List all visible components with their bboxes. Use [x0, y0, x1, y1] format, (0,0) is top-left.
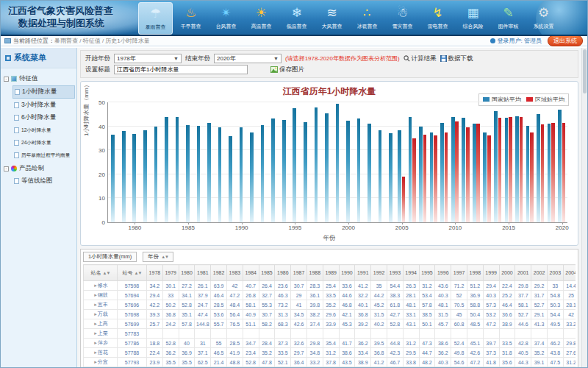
nav-item-hail[interactable]: ∴冰雹普查 — [350, 2, 384, 35]
tree-item-label: 12小时降水量 — [21, 127, 51, 133]
col-header-year[interactable]: 1978 — [147, 265, 163, 281]
sidebar-item-6小时降水量[interactable]: 6小时降水量 — [12, 112, 75, 124]
end-year-select[interactable]: 2020年▼ — [214, 54, 282, 63]
nav-item-high-temp[interactable]: ☀高温普查 — [244, 2, 279, 35]
year-sort-chip[interactable]: 年份▲▼ — [143, 252, 173, 262]
sidebar-item-3小时降水量[interactable]: 3小时降水量 — [12, 99, 75, 111]
precip-value: 33.5 — [499, 339, 515, 348]
precip-value: 25.2 — [499, 291, 515, 300]
sidebar-item-历年暴雨过程平均雨量[interactable]: 历年暴雨过程平均雨量 — [12, 149, 75, 161]
col-header-year[interactable]: 1980 — [179, 265, 195, 281]
precip-value: 45 — [451, 310, 467, 319]
col-header-year[interactable]: 1987 — [291, 265, 307, 281]
col-header-year[interactable]: 2001 — [515, 265, 531, 281]
logout-button[interactable]: 退出系统 — [548, 35, 583, 46]
chart-title-input[interactable] — [114, 65, 248, 74]
nav-item-gale[interactable]: ≋大风普查 — [315, 2, 349, 35]
unit-chip[interactable]: 1小时降水量(mm) — [83, 252, 137, 262]
tree-expander-icon[interactable]: - — [4, 77, 9, 82]
download-button[interactable]: 数据下载 — [440, 54, 473, 63]
row-expander-icon[interactable]: ▸ — [94, 340, 97, 345]
col-header-code[interactable]: 站号 ▲▼ — [118, 265, 147, 281]
precip-value: 31.2 — [563, 358, 576, 367]
col-header-year[interactable]: 2004 — [563, 265, 576, 281]
nav-item-composite-risk[interactable]: ▦综合风险 — [456, 2, 490, 35]
col-header-year[interactable]: 1983 — [226, 265, 243, 281]
row-expander-icon[interactable]: ▸ — [94, 311, 97, 316]
row-expander-icon[interactable]: ▸ — [94, 302, 97, 307]
nav-item-low-temp[interactable]: ❄低温普查 — [279, 2, 314, 35]
row-expander-icon[interactable]: ▸ — [94, 359, 97, 364]
nav-item-drought[interactable]: ♨干旱普查 — [173, 2, 208, 35]
app-title: 江西省气象灾害风险普查 数据处理与制图系统 — [8, 4, 113, 29]
col-header-year[interactable]: 1989 — [323, 265, 339, 281]
precip-value: 35.2 — [531, 348, 548, 358]
precip-value: 36.2 — [162, 348, 179, 358]
col-header-year[interactable]: 1979 — [162, 265, 179, 281]
col-header-year[interactable]: 1982 — [211, 265, 227, 281]
page-icon — [14, 178, 19, 184]
row-expander-icon[interactable]: ▸ — [94, 321, 97, 326]
col-header-station[interactable]: 站名 ▲▼ — [84, 265, 118, 281]
nav-item-label: 雪灾普查 — [387, 23, 418, 29]
calculate-button[interactable]: 计算结果 — [404, 54, 437, 63]
row-expander-icon[interactable]: ▸ — [94, 292, 97, 297]
col-header-year[interactable]: 1992 — [371, 265, 387, 281]
precip-value: 43.1 — [403, 319, 419, 329]
bar-national-2009 — [440, 123, 444, 222]
col-header-year[interactable]: 2002 — [531, 265, 548, 281]
col-header-year[interactable]: 1988 — [306, 265, 323, 281]
station-name[interactable]: ▸上栗 — [84, 329, 118, 339]
vscroll-thumb[interactable] — [583, 49, 587, 93]
sidebar-item-24小时降水量[interactable]: 24小时降水量 — [12, 137, 75, 149]
vertical-scrollbar[interactable] — [581, 48, 587, 367]
col-header-year[interactable]: 1990 — [339, 265, 355, 281]
col-header-year[interactable]: 1985 — [259, 265, 275, 281]
col-header-year[interactable]: 2000 — [499, 265, 515, 281]
precip-value: 46.4 — [499, 300, 515, 310]
precip-value: 29.6 — [323, 310, 339, 319]
col-header-year[interactable]: 1997 — [451, 265, 467, 281]
row-expander-icon[interactable]: ▸ — [94, 350, 97, 355]
nav-item-snow[interactable]: ☃雪灾普查 — [385, 2, 420, 35]
row-expander-icon[interactable]: ▸ — [94, 283, 97, 288]
col-header-year[interactable]: 1984 — [243, 265, 259, 281]
tree-group-特征值[interactable]: -特征值 — [2, 73, 75, 85]
precip-table: 站名 ▲▼站号 ▲▼197819791980198119821983198419… — [83, 264, 576, 367]
start-year-select[interactable]: 1978年▼ — [114, 54, 182, 63]
tree-expander-icon[interactable]: - — [4, 166, 9, 171]
precip-value: 48.2 — [419, 358, 435, 367]
col-header-year[interactable]: 1993 — [387, 265, 403, 281]
col-header-year[interactable]: 1994 — [403, 265, 419, 281]
station-name[interactable]: ▸修水 — [84, 281, 118, 291]
sidebar-item-1小时降水量[interactable]: 1小时降水量 — [12, 85, 75, 99]
row-expander-icon[interactable]: ▸ — [94, 330, 97, 336]
col-header-year[interactable]: 1991 — [355, 265, 371, 281]
station-name[interactable]: ▸莲花 — [84, 348, 118, 358]
sidebar-item-12小时降水量[interactable]: 12小时降水量 — [12, 124, 75, 136]
station-name[interactable]: ▸万载 — [84, 310, 118, 319]
station-name[interactable]: ▸宜丰 — [84, 300, 118, 310]
nav-item-typhoon[interactable]: ✴台风普查 — [209, 2, 243, 35]
col-header-year[interactable]: 1995 — [419, 265, 435, 281]
col-header-year[interactable]: 1981 — [195, 265, 211, 281]
sidebar-item-等值线绘图[interactable]: 等值线绘图 — [12, 175, 75, 187]
col-header-year[interactable]: 2003 — [547, 265, 563, 281]
station-name[interactable]: ▸上高 — [84, 319, 118, 329]
tree-group-产品绘制[interactable]: -产品绘制 — [2, 163, 75, 174]
nav-item-map-review[interactable]: ✎图件审核 — [491, 2, 526, 35]
station-name[interactable]: ▸铜鼓 — [84, 291, 118, 300]
nav-item-lightning[interactable]: ↯雷电普查 — [420, 2, 455, 35]
precip-value: 39.5 — [371, 339, 387, 348]
precip-value: 51.2 — [467, 281, 483, 291]
nav-item-settings[interactable]: ⚙系统设置 — [526, 2, 561, 35]
precip-value: 63.9 — [211, 281, 227, 291]
col-header-year[interactable]: 1999 — [483, 265, 499, 281]
nav-item-rainstorm[interactable]: ☂暴雨普查 — [138, 2, 173, 35]
col-header-year[interactable]: 1998 — [467, 265, 483, 281]
save-image-button[interactable]: 保存图片 — [270, 66, 304, 74]
col-header-year[interactable]: 1986 — [275, 265, 291, 281]
station-name[interactable]: ▸萍乡 — [84, 339, 118, 348]
station-name[interactable]: ▸分宜 — [84, 358, 118, 367]
col-header-year[interactable]: 1996 — [435, 265, 451, 281]
